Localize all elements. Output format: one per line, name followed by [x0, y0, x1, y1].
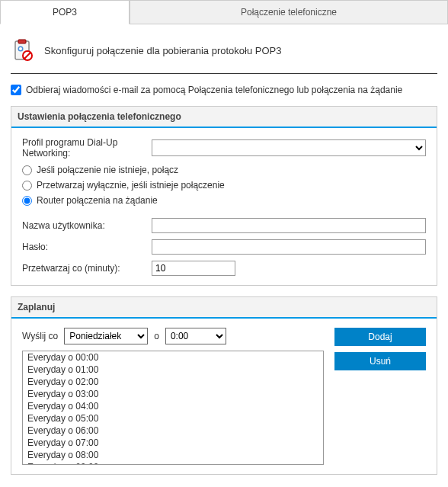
- dialup-settings-section: Ustawienia połączenia telefonicznego Pro…: [11, 106, 437, 286]
- page-header: Skonfiguruj połączenie dla pobierania pr…: [11, 32, 437, 73]
- list-item[interactable]: Everyday o 04:00: [23, 400, 323, 412]
- page-title: Skonfiguruj połączenie dla pobierania pr…: [44, 45, 281, 56]
- list-item[interactable]: Everyday o 03:00: [23, 388, 323, 400]
- svg-point-3: [19, 47, 22, 50]
- radio-connect-if-missing-label: Jeśli połączenie nie istnieje, połącz: [37, 165, 178, 175]
- at-label: o: [154, 331, 159, 341]
- tab-dialup[interactable]: Połączenie telefoniczne: [130, 0, 448, 24]
- radio-on-demand-router[interactable]: [22, 196, 32, 206]
- tab-bar: POP3 Połączenie telefoniczne: [0, 0, 448, 24]
- receive-checkbox-row: Odbieraj wiadomości e-mail za pomocą Poł…: [11, 85, 437, 95]
- profile-label: Profil programu Dial-Up Networking:: [22, 137, 152, 159]
- clipboard-blocked-icon: [11, 38, 35, 62]
- radio-connect-if-missing[interactable]: [22, 165, 32, 175]
- day-select[interactable]: Poniedziałek: [64, 328, 148, 344]
- radio-process-if-exists[interactable]: [22, 181, 32, 191]
- send-every-label: Wyślij co: [22, 331, 58, 341]
- receive-checkbox[interactable]: [11, 85, 21, 95]
- schedule-section: Zaplanuj Wyślij co Poniedziałek o 0:00 E…: [11, 296, 437, 475]
- time-select[interactable]: 0:00: [165, 328, 226, 344]
- dialup-section-title: Ustawienia połączenia telefonicznego: [11, 107, 437, 128]
- username-input[interactable]: [152, 218, 426, 233]
- connection-mode-radios: Jeśli połączenie nie istnieje, połącz Pr…: [22, 165, 426, 206]
- list-item[interactable]: Everyday o 00:00: [23, 351, 323, 364]
- add-button[interactable]: Dodaj: [334, 328, 426, 346]
- process-every-input[interactable]: [152, 261, 235, 276]
- tab-pop3[interactable]: POP3: [0, 0, 130, 24]
- schedule-listbox[interactable]: Everyday o 00:00Everyday o 01:00Everyday…: [22, 351, 324, 465]
- list-item[interactable]: Everyday o 06:00: [23, 425, 323, 437]
- svg-rect-1: [18, 40, 26, 43]
- list-item[interactable]: Everyday o 09:00: [23, 461, 323, 465]
- remove-button[interactable]: Usuń: [334, 352, 426, 370]
- list-item[interactable]: Everyday o 05:00: [23, 412, 323, 425]
- list-item[interactable]: Everyday o 07:00: [23, 437, 323, 449]
- radio-on-demand-router-label: Router połączenia na żądanie: [37, 195, 158, 206]
- list-item[interactable]: Everyday o 01:00: [23, 364, 323, 376]
- username-label: Nazwa użytkownika:: [22, 220, 152, 231]
- list-item[interactable]: Everyday o 02:00: [23, 376, 323, 388]
- list-item[interactable]: Everyday o 08:00: [23, 449, 323, 461]
- password-label: Hasło:: [22, 242, 152, 252]
- schedule-section-title: Zaplanuj: [11, 297, 437, 319]
- password-input[interactable]: [152, 239, 426, 255]
- process-every-label: Przetwarzaj co (minuty):: [22, 263, 152, 274]
- divider: [11, 73, 437, 74]
- profile-select[interactable]: [152, 139, 426, 156]
- receive-checkbox-label: Odbieraj wiadomości e-mail za pomocą Poł…: [26, 85, 402, 95]
- radio-process-if-exists-label: Przetwarzaj wyłącznie, jeśli istnieje po…: [37, 180, 225, 191]
- tab-content: Skonfiguruj połączenie dla pobierania pr…: [0, 24, 448, 487]
